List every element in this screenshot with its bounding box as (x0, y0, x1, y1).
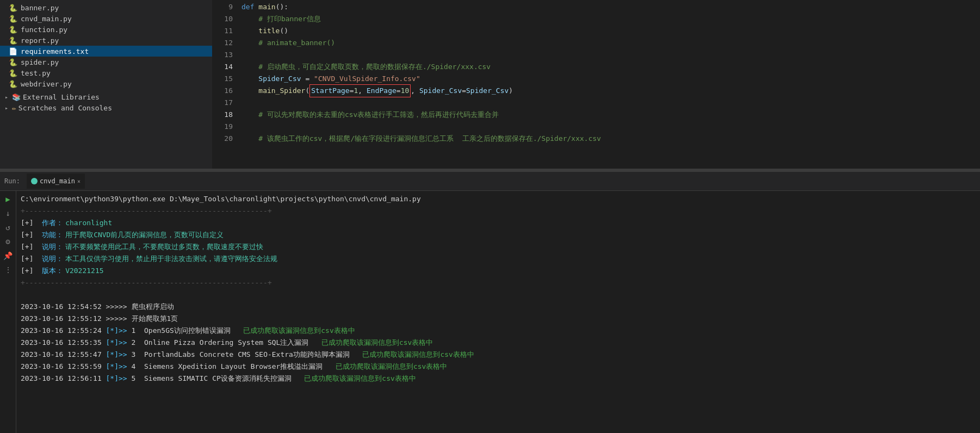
code-line-14: ◆ # 启动爬虫，可自定义爬取页数，爬取的数据保存在./Spider/xxx.c… (239, 61, 980, 73)
console-log-5: 2023-10-16 12:55:47 [*]>> 3 PortlandLabs… (21, 349, 976, 361)
code-line-16: main_Spider(StartPage=1, EndPage=10, Spi… (239, 85, 980, 97)
rerun-button[interactable]: ↺ (2, 221, 14, 233)
run-button[interactable]: ▶ (2, 193, 14, 205)
sidebar-item-label: test.py (21, 69, 51, 77)
line-numbers: 9 10 11 12 13 14 15 16 17 18 19 20 (212, 0, 239, 169)
scroll-down-button[interactable]: ↓ (2, 207, 14, 219)
scratches-icon: ✏️ (12, 104, 16, 112)
console-log-3: 2023-10-16 12:55:24 [*]>> 1 Open5GS访问控制错… (21, 325, 976, 337)
pin-button[interactable]: 📌 (2, 250, 14, 262)
console-output[interactable]: C:\environment\python39\python.exe D:\Ma… (16, 191, 980, 433)
sidebar-item-label: webdriver.py (21, 80, 72, 88)
console-log-4: 2023-10-16 12:55:35 [*]>> 2 Online Pizza… (21, 337, 976, 349)
console-note1: [+] 说明：请不要频繁使用此工具，不要爬取过多页数，爬取速度不要过快 (21, 241, 976, 253)
line-num-20: 20 (212, 133, 233, 145)
main-editor-area: 🐍 banner.py 🐍 cnvd_main.py 🐍 function.py… (0, 0, 980, 169)
run-tab-bar: Run: cnvd_main × (0, 172, 980, 191)
sidebar-item-webdriver[interactable]: 🐍 webdriver.py (0, 78, 212, 89)
sidebar-item-label: report.py (21, 36, 59, 45)
python-icon (31, 178, 38, 184)
console-separator-1: +---------------------------------------… (21, 205, 976, 217)
sidebar-item-cnvd-main[interactable]: 🐍 cnvd_main.py (0, 13, 212, 24)
code-line-12: # animate_banner() (239, 37, 980, 49)
code-line-13 (239, 49, 980, 61)
sidebar-group-external-libs[interactable]: ▸ 📚 External Libraries (0, 91, 212, 102)
sidebar-item-spider[interactable]: 🐍 spider.py (0, 57, 212, 67)
chevron-right-icon: ▸ (2, 103, 11, 112)
text-file-icon: 📄 (9, 47, 17, 55)
python-file-icon: 🐍 (9, 58, 17, 66)
code-content: def main(): # 打印banner信息 title() # anima… (239, 0, 980, 169)
close-tab-button[interactable]: × (77, 178, 80, 184)
console-cmd-line: C:\environment\python39\python.exe D:\Ma… (21, 193, 976, 205)
function-name: main (258, 1, 275, 13)
sidebar-item-label: spider.py (21, 58, 59, 66)
line-num-13: 13 (212, 49, 233, 61)
code-line-15: Spider_Csv = "CNVD_VulSpider_Info.csv" (239, 73, 980, 85)
line-num-14: 14 (212, 61, 233, 73)
run-tab-name: cnvd_main (40, 177, 75, 185)
highlighted-params: StartPage=1, EndPage=10 (309, 84, 411, 97)
sidebar-item-report[interactable]: 🐍 report.py (0, 35, 212, 46)
folder-icon: 📚 (12, 93, 21, 101)
console-author: [+] 作者：charonlight (21, 217, 976, 229)
python-file-icon: 🐍 (9, 69, 17, 77)
sidebar-item-label: banner.py (21, 4, 59, 12)
console-log-7: 2023-10-16 12:56:11 [*]>> 5 Siemens SIMA… (21, 373, 976, 385)
console-log-6: 2023-10-16 12:55:59 [*]>> 4 Siemens Xped… (21, 361, 976, 373)
cmd-path: C:\environment\python39\python.exe D:\Ma… (21, 193, 421, 205)
line-num-15: 15 (212, 73, 233, 85)
sidebar-group-scratches[interactable]: ▸ ✏️ Scratches and Consoles (0, 102, 212, 113)
python-file-icon: 🐍 (9, 3, 17, 12)
console-log-1: 2023-10-16 12:54:52 >>>>> 爬虫程序启动 (21, 301, 976, 313)
python-file-icon: 🐍 (9, 25, 17, 34)
line-num-12: 12 (212, 37, 233, 49)
keyword-def: def (241, 1, 258, 13)
run-panel: Run: cnvd_main × ▶ ↓ ↺ ⚙ 📌 ⋮ C:\environm… (0, 172, 980, 433)
python-file-icon: 🐍 (9, 14, 17, 23)
console-separator-2: +---------------------------------------… (21, 277, 976, 289)
console-blank (21, 289, 976, 301)
code-line-18: ◆ # 可以先对爬取的未去重的csv表格进行手工筛选，然后再进行代码去重合并 (239, 109, 980, 121)
chevron-right-icon: ▸ (2, 92, 11, 101)
code-editor[interactable]: 9 10 11 12 13 14 15 16 17 18 19 20 def m… (212, 0, 980, 169)
line-num-17: 17 (212, 97, 233, 109)
run-tab[interactable]: cnvd_main × (27, 174, 85, 189)
settings-button[interactable]: ⚙ (2, 236, 14, 248)
console-note2: [+] 说明：本工具仅供学习使用，禁止用于非法攻击测试，请遵守网络安全法规 (21, 253, 976, 265)
code-line-20: # 该爬虫工作的csv，根据爬/输在字段进行漏洞信息汇总工系 工亲之后的数据保存… (239, 133, 980, 145)
run-content-area: ▶ ↓ ↺ ⚙ 📌 ⋮ C:\environment\python39\pyth… (0, 191, 980, 433)
code-line-10: # 打印banner信息 (239, 13, 980, 25)
line-num-9: 9 (212, 1, 233, 13)
file-sidebar: 🐍 banner.py 🐍 cnvd_main.py 🐍 function.py… (0, 0, 212, 169)
sidebar-item-label: function.py (21, 26, 67, 34)
line-num-11: 11 (212, 25, 233, 37)
code-line-9: def main(): (239, 1, 980, 13)
line-num-10: 10 (212, 13, 233, 25)
python-file-icon: 🐍 (9, 79, 17, 88)
sidebar-item-label: requirements.txt (21, 47, 89, 55)
line-num-18: 18 (212, 109, 233, 121)
line-num-19: 19 (212, 121, 233, 133)
more-button[interactable]: ⋮ (2, 264, 14, 276)
sidebar-item-requirements[interactable]: 📄 requirements.txt (0, 46, 212, 57)
run-toolbar: ▶ ↓ ↺ ⚙ 📌 ⋮ (0, 191, 16, 433)
code-line-19 (239, 121, 980, 133)
code-line-11: title() (239, 25, 980, 37)
console-version: [+] 版本：V20221215 (21, 265, 976, 277)
sidebar-item-banner[interactable]: 🐍 banner.py (0, 2, 212, 13)
console-log-2: 2023-10-16 12:55:12 >>>>> 开始爬取第1页 (21, 313, 976, 325)
line-num-16: 16 (212, 85, 233, 97)
sidebar-item-label: cnvd_main.py (21, 15, 72, 23)
code-line-17 (239, 97, 980, 109)
sidebar-group-label: External Libraries (23, 93, 100, 101)
run-label: Run: (4, 177, 20, 185)
sidebar-group-label: Scratches and Consoles (18, 104, 112, 112)
sidebar-item-test[interactable]: 🐍 test.py (0, 67, 212, 78)
console-func: [+] 功能：用于爬取CNVD前几页的漏洞信息，页数可以自定义 (21, 229, 976, 241)
python-file-icon: 🐍 (9, 36, 17, 45)
sidebar-item-function[interactable]: 🐍 function.py (0, 24, 212, 35)
